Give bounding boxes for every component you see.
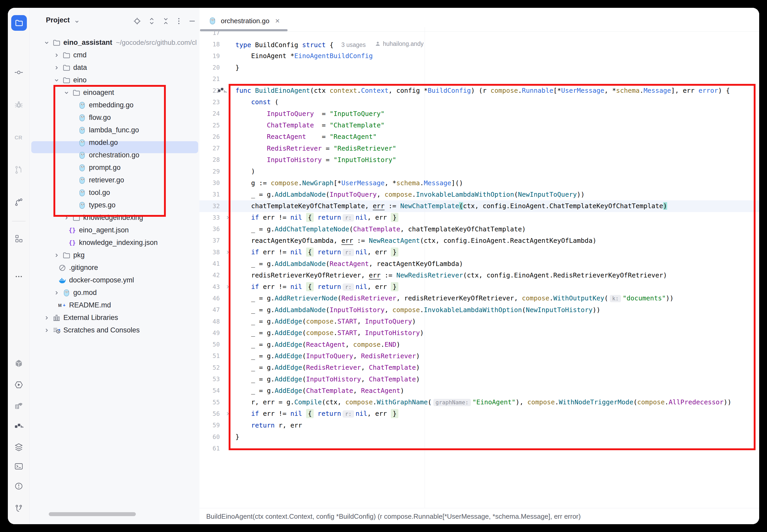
structure-icon[interactable] (14, 233, 24, 244)
line-number: 38 (199, 249, 220, 256)
tree-item-eino-assistant[interactable]: eino_assistant~/gocode/src/github.com/cl (30, 36, 199, 49)
tree-item-label: README.md (69, 301, 111, 309)
locate-file-icon[interactable] (132, 16, 142, 26)
tree-item-knowledge-indexing-json[interactable]: {}knowledge_indexing.json (30, 237, 199, 249)
screenshot-stage: CR Project (0, 0, 767, 532)
tab-orchestration-go[interactable]: orchestration.go × (200, 13, 286, 29)
line-number: 27 (199, 145, 220, 152)
tree-item--gitignore[interactable]: .gitignore (30, 262, 199, 274)
services-icon[interactable] (14, 380, 24, 390)
tree-item-label: External Libraries (63, 314, 118, 322)
tree-item-external-libraries[interactable]: External Libraries (30, 312, 199, 324)
tree-item-pkg[interactable]: pkg (30, 249, 199, 262)
profiler-icon[interactable] (14, 421, 24, 431)
dependencies-icon[interactable] (14, 358, 24, 369)
tree-item-docker-compose-yml[interactable]: docker-compose.yml (30, 274, 199, 287)
folder-icon (62, 76, 71, 84)
line-number: 20 (199, 64, 220, 71)
collapse-all-icon[interactable] (161, 16, 171, 26)
sidebar-item-project[interactable] (11, 15, 27, 31)
code-vision-marker-icon[interactable] (218, 87, 227, 95)
ide-window: CR Project (8, 8, 759, 524)
chevron-right-icon[interactable] (53, 64, 60, 71)
line-number: 47 (199, 306, 220, 313)
code-token: EinoAgent * (235, 52, 294, 60)
project-panel-header: Project (30, 14, 199, 28)
pull-requests-icon[interactable] (14, 165, 24, 175)
close-icon[interactable]: × (275, 17, 280, 25)
chevron-right-icon[interactable] (53, 52, 60, 59)
chevron-right-icon[interactable] (43, 314, 50, 321)
line-number: 18 (199, 41, 220, 48)
code-review-icon[interactable]: CR (14, 132, 24, 143)
problems-icon[interactable] (14, 481, 24, 491)
line-number: 17 (199, 29, 220, 36)
chevron-down-icon[interactable] (43, 39, 50, 46)
update-project-icon[interactable] (14, 197, 24, 207)
line-number: 48 (199, 318, 220, 325)
markdown-icon: M (58, 301, 66, 310)
tree-item-label: eino_agent.json (79, 226, 129, 234)
ignore-icon (58, 264, 66, 272)
line-number: 46 (199, 295, 220, 302)
code-line-18[interactable]: 18type BuildConfig struct {3 usageshuhai… (199, 39, 759, 50)
code-line-20[interactable]: 20} (199, 62, 759, 73)
tree-item-eino-agent-json[interactable]: {}eino_agent.json (30, 224, 199, 237)
terminal-icon[interactable] (14, 461, 24, 472)
line-number: 54 (199, 387, 220, 394)
go-icon (62, 289, 71, 297)
line-number: 36 (199, 226, 220, 232)
layers-icon[interactable] (14, 442, 24, 453)
chevron-down-icon[interactable] (53, 77, 60, 84)
tree-item-go-mod[interactable]: go.mod (30, 287, 199, 299)
project-panel-hscrollbar[interactable] (49, 512, 136, 516)
commit-icon[interactable] (14, 67, 24, 78)
tree-item-data[interactable]: data (30, 61, 199, 74)
tree-item-scratches-and-consoles[interactable]: Scratches and Consoles (30, 324, 199, 337)
code-line-19[interactable]: 19 EinoAgent *EinoAgentBuildConfig (199, 50, 759, 62)
expand-all-icon[interactable] (147, 16, 157, 26)
chevron-right-icon[interactable] (43, 327, 50, 334)
line-number: 21 (199, 76, 220, 82)
git-icon[interactable] (14, 503, 24, 514)
code-line-21[interactable]: 21 (199, 73, 759, 85)
rail-divider (12, 221, 26, 221)
tree-item-label: knowledge_indexing.json (79, 239, 158, 247)
panel-title[interactable]: Project (46, 16, 70, 24)
line-number: 56 (199, 410, 220, 417)
annotation-box-tree (53, 85, 166, 217)
usages-inlay[interactable]: 3 usages (341, 41, 365, 48)
more-icon[interactable] (14, 269, 24, 279)
hide-panel-icon[interactable] (187, 16, 197, 26)
tree-item-label: data (73, 64, 87, 72)
author-inlay[interactable]: huhailong.andy (374, 40, 424, 47)
chevron-right-icon[interactable] (53, 289, 60, 296)
code-token: struct (302, 41, 325, 48)
line-number: 23 (199, 99, 220, 106)
code-text: type BuildConfig struct {3 usageshuhailo… (235, 40, 424, 49)
tree-item-label: Scratches and Consoles (63, 326, 140, 334)
tree-item-label: go.mod (73, 289, 97, 297)
documentation-icon[interactable] (14, 401, 24, 412)
tree-item-cmd[interactable]: cmd (30, 49, 199, 61)
tree-item-eino[interactable]: eino (30, 74, 199, 86)
svg-text:M: M (58, 303, 62, 308)
folder-icon (52, 39, 61, 47)
line-number: 53 (199, 376, 220, 382)
code-line-17[interactable]: 17 (199, 27, 759, 39)
debug-icon[interactable] (14, 100, 24, 110)
code-text: EinoAgent *EinoAgentBuildConfig (235, 52, 373, 60)
tree-item-label: docker-compose.yml (69, 276, 134, 284)
code-token: { (325, 41, 333, 48)
tree-item-readme-md[interactable]: MREADME.md (30, 299, 199, 312)
line-number: 24 (199, 110, 220, 117)
code-token: type (235, 41, 251, 48)
code-token: EinoAgentBuildConfig (294, 52, 373, 60)
library-icon (52, 314, 61, 322)
chevron-down-icon[interactable] (73, 18, 80, 25)
code-token: } (235, 64, 239, 71)
line-number: 49 (199, 330, 220, 336)
line-number: 55 (199, 399, 220, 406)
more-options-icon[interactable] (174, 16, 184, 26)
chevron-right-icon[interactable] (53, 252, 60, 259)
